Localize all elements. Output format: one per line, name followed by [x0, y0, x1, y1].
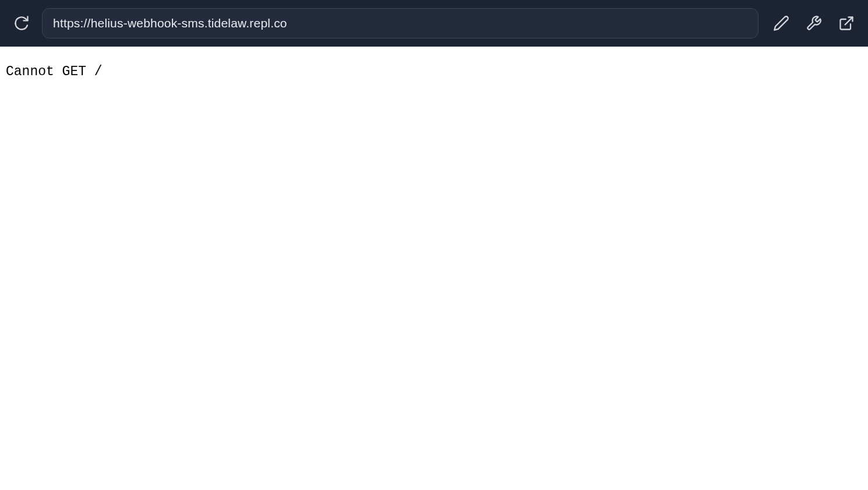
reload-button[interactable]: [10, 12, 33, 34]
url-text: https://helius-webhook-sms.tidelaw.repl.…: [53, 16, 287, 30]
address-bar[interactable]: https://helius-webhook-sms.tidelaw.repl.…: [42, 8, 758, 38]
wrench-icon: [806, 15, 822, 31]
browser-toolbar: https://helius-webhook-sms.tidelaw.repl.…: [0, 0, 868, 47]
devtools-button[interactable]: [803, 12, 825, 34]
page-content: Cannot GET /: [0, 47, 868, 85]
toolbar-right: [770, 12, 858, 34]
edit-button[interactable]: [770, 12, 792, 34]
open-external-button[interactable]: [835, 12, 858, 34]
pencil-icon: [773, 15, 789, 31]
error-message: Cannot GET /: [6, 64, 862, 79]
svg-line-0: [845, 17, 853, 25]
reload-icon: [13, 15, 30, 31]
external-link-icon: [838, 15, 855, 31]
